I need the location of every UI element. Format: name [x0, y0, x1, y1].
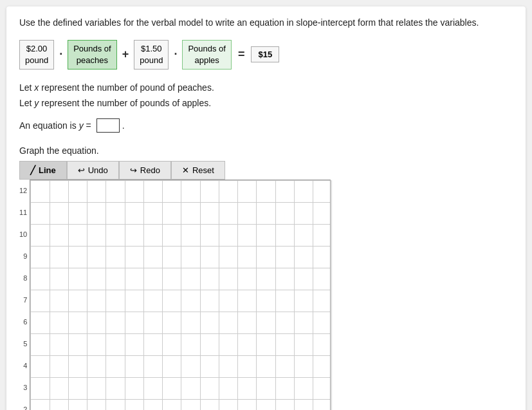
line-tool-button[interactable]: ╱ Line: [19, 161, 67, 180]
grid-line-vertical: [331, 180, 332, 410]
grid-line-vertical: [313, 180, 313, 410]
dot-operator-2: ·: [172, 48, 178, 61]
grid-line-horizontal: [30, 312, 330, 312]
grid-line-vertical: [181, 180, 181, 410]
grid-line-horizontal: [30, 246, 330, 247]
reset-button[interactable]: ✕ Reset: [171, 161, 225, 180]
y-axis-label: 6: [23, 312, 27, 331]
grid-line-horizontal: [30, 333, 330, 334]
grid-line-vertical: [200, 180, 201, 410]
grid-line-vertical: [237, 180, 238, 410]
y-axis-label: 8: [23, 268, 27, 288]
eq-price-per-pound-2: $1.50 pound: [134, 40, 169, 70]
grid-line-vertical: [275, 180, 276, 410]
graph-wrapper: 12111098765432: [19, 180, 513, 410]
grid-line-vertical: [219, 180, 219, 410]
y-axis-label: 3: [23, 378, 27, 397]
grid-line-vertical: [162, 180, 163, 410]
period: .: [122, 120, 125, 131]
grid-line-vertical: [30, 180, 31, 410]
redo-button[interactable]: ↪ Redo: [119, 161, 171, 180]
graph-section: Graph the equation. ╱ Line ↩ Undo ↪ Redo…: [19, 145, 513, 410]
grid-line-vertical: [256, 180, 257, 410]
grid-line-horizontal: [30, 355, 330, 356]
eq-price-per-pound: $2.00 pound: [19, 40, 54, 70]
let-x-text: Let x represent the number of pound of p…: [19, 82, 513, 93]
y-axis-label: 10: [19, 225, 27, 244]
eq-total: $15: [251, 46, 279, 62]
y-axis-label: 12: [19, 181, 27, 200]
grid-line-horizontal: [30, 268, 330, 268]
grid-line-vertical: [294, 180, 295, 410]
y-axis-label: 7: [23, 290, 27, 310]
dot-operator-1: ·: [58, 48, 64, 61]
equals-sign: =: [235, 48, 248, 61]
grid-line-vertical: [68, 180, 69, 410]
undo-button[interactable]: ↩ Undo: [67, 161, 119, 180]
an-equation-section: An equation is y = .: [19, 118, 513, 133]
grid-line-horizontal: [30, 377, 330, 378]
line-label: Line: [39, 165, 56, 175]
y-axis-label: 5: [23, 334, 27, 353]
y-axis-labels: 12111098765432: [19, 180, 30, 410]
answer-input-box[interactable]: [96, 118, 120, 133]
let-y-text: Let y represent the number of pounds of …: [19, 98, 513, 108]
y-axis-label: 4: [23, 356, 27, 375]
grid-line-vertical: [125, 180, 125, 410]
undo-icon: ↩: [78, 165, 85, 175]
redo-label: Redo: [140, 165, 160, 175]
grid-line-vertical: [50, 180, 50, 410]
y-axis-label: 2: [23, 400, 27, 410]
line-icon: ╱: [30, 165, 35, 175]
grid-line-horizontal: [30, 290, 330, 290]
grid-line-vertical: [105, 180, 106, 410]
grid-line-vertical: [143, 180, 144, 410]
grid-line-vertical: [87, 180, 87, 410]
graph-title: Graph the equation.: [19, 145, 513, 156]
eq-pounds-apples: Pounds of apples: [182, 40, 232, 70]
eq-pounds-peaches: Pounds of peaches: [68, 40, 117, 70]
grid-line-horizontal: [30, 180, 330, 181]
graph-toolbar: ╱ Line ↩ Undo ↪ Redo ✕ Reset: [19, 161, 341, 180]
redo-icon: ↪: [130, 165, 137, 175]
equation-row: $2.00 pound · Pounds of peaches + $1.50 …: [19, 40, 513, 70]
instruction-text: Use the defined variables for the verbal…: [19, 17, 513, 30]
an-equation-text: An equation is y =: [19, 120, 91, 131]
undo-label: Undo: [88, 165, 108, 175]
grid-line-horizontal: [30, 399, 330, 400]
graph-grid[interactable]: [30, 180, 331, 410]
y-axis-label: 11: [19, 203, 27, 222]
reset-icon: ✕: [182, 165, 189, 175]
reset-label: Reset: [192, 165, 214, 175]
plus-operator: +: [121, 48, 131, 61]
y-axis-label: 9: [23, 247, 27, 266]
grid-line-horizontal: [30, 224, 330, 225]
grid-line-horizontal: [30, 202, 330, 203]
main-container: Use the defined variables for the verbal…: [6, 6, 526, 410]
